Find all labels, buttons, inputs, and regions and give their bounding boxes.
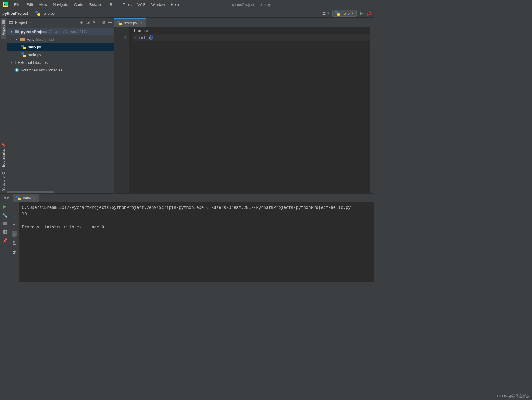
menu-help[interactable]: Help — [168, 1, 182, 8]
navbar: pythonProject 〉 hello.py ▼ hello ▼ ▶ 🐞 — [0, 9, 374, 18]
menubar: PC File Edit View Navigate Code Refactor… — [0, 0, 374, 9]
chevron-down-icon[interactable]: ▼ — [29, 21, 31, 24]
project-tree[interactable]: ▾ pythonProject C:\Users\Dream.2017\ ▸ v… — [7, 27, 114, 191]
pin-icon[interactable]: 📌 — [2, 238, 7, 243]
python-icon — [335, 11, 340, 16]
libraries-icon: ||| — [15, 60, 16, 64]
debug-button[interactable]: 🐞 — [366, 11, 372, 16]
python-file-icon — [35, 11, 40, 16]
python-icon — [16, 196, 21, 200]
bookmarks-tab-label: Bookmarks — [1, 149, 6, 167]
stop-button[interactable] — [3, 222, 7, 225]
run-button[interactable]: ▶ — [360, 11, 363, 16]
run-toolbar-primary: ▶ 🔧 ▥ 📌 — [0, 202, 9, 282]
scroll-to-end-icon[interactable]: ⤓ — [12, 231, 17, 237]
python-file-icon — [117, 21, 122, 25]
editor-tabs: hello.py ✕ — [114, 18, 374, 27]
output-value: 10 — [22, 212, 27, 216]
tree-file-label: main.py — [28, 53, 41, 57]
expand-arrow[interactable]: ▸ — [15, 38, 18, 41]
down-arrow-icon[interactable]: ↓ — [13, 213, 15, 218]
breadcrumb[interactable]: pythonProject 〉 hello.py — [2, 11, 55, 16]
menu-view[interactable]: View — [36, 1, 50, 8]
project-tool-tab[interactable]: Project — [1, 18, 6, 39]
menu-vcs[interactable]: VCS — [134, 1, 148, 8]
svg-rect-1 — [9, 21, 13, 22]
line-gutter: 1 2 — [114, 27, 129, 193]
menu-window[interactable]: Window — [148, 1, 168, 8]
editor-tab-label: hello.py — [124, 21, 137, 25]
close-icon[interactable]: ✕ — [140, 21, 143, 25]
run-config-selector[interactable]: hello ▼ — [332, 10, 357, 17]
menu-edit[interactable]: Edit — [23, 1, 36, 8]
code-line[interactable]: print(i) — [133, 34, 370, 41]
tree-root[interactable]: ▾ pythonProject C:\Users\Dream.2017\ — [7, 28, 114, 35]
bookmark-icon: 🔖 — [1, 143, 6, 147]
bookmarks-tool-tab[interactable]: Bookmarks 🔖 — [1, 141, 6, 169]
breadcrumb-file[interactable]: hello.py — [41, 11, 55, 16]
separator — [99, 20, 99, 25]
wrench-icon[interactable]: 🔧 — [2, 213, 7, 218]
tree-venv-hint: library root — [36, 37, 54, 42]
expand-arrow[interactable]: ▸ — [9, 61, 13, 64]
run-tabs: Run: hello ✕ — [0, 194, 374, 202]
breadcrumb-separator: 〉 — [30, 11, 34, 16]
editor-tab-hello[interactable]: hello.py ✕ — [114, 18, 146, 27]
tree-file-main[interactable]: main.py — [7, 51, 114, 58]
rerun-button[interactable]: ▶ — [3, 204, 7, 209]
tree-root-name: pythonProject — [21, 30, 47, 34]
gear-icon[interactable]: ⚙ — [102, 20, 106, 25]
run-toolbar-secondary: ↑ ↓ ⤶ ⤓ 🖶 🗑 — [9, 202, 19, 282]
expand-all-icon[interactable]: ⇲ — [86, 20, 90, 25]
run-tab-label: hello — [23, 196, 31, 200]
editor-body[interactable]: 1 2 i = 10 print(i) — [114, 27, 374, 193]
minimize-icon[interactable]: — — [108, 20, 112, 25]
menu-run[interactable]: Run — [107, 1, 120, 8]
tree-external-libs[interactable]: ▸ ||| External Libraries — [7, 58, 114, 66]
tree-venv[interactable]: ▸ venv library root — [7, 35, 114, 43]
sidebar-title[interactable]: Project — [15, 20, 27, 25]
tree-file-label: hello.py — [28, 45, 41, 49]
run-tool-window: Run: hello ✕ ▶ 🔧 ▥ 📌 ↑ ↓ ⤶ ⤓ 🖶 🗑 C:\User… — [0, 193, 374, 282]
tree-scratches[interactable]: ◐ Scratches and Consoles — [7, 66, 114, 74]
up-arrow-icon[interactable]: ↑ — [13, 204, 15, 209]
python-file-icon — [21, 45, 26, 49]
expand-arrow[interactable]: ▾ — [9, 30, 13, 33]
print-icon[interactable]: 🖶 — [12, 241, 16, 245]
trash-icon[interactable]: 🗑 — [12, 250, 16, 254]
menu-navigate[interactable]: Navigate — [50, 1, 71, 8]
locate-icon[interactable]: ⊕ — [80, 20, 83, 25]
output-command: C:\Users\Dream.2017\PycharmProjects\pyth… — [22, 205, 351, 210]
breadcrumb-project[interactable]: pythonProject — [2, 11, 28, 16]
window-title: pythonProject - hello.py — [182, 2, 320, 7]
tree-file-hello[interactable]: hello.py — [7, 43, 114, 51]
user-dropdown[interactable]: ▼ — [322, 11, 330, 16]
menu-tools[interactable]: Tools — [120, 1, 134, 8]
sidebar-header: Project ▼ ⊕ ⇲ ⇱ ⚙ — — [7, 18, 114, 27]
collapse-all-icon[interactable]: ⇱ — [93, 20, 96, 25]
folder-icon — [15, 30, 19, 33]
tree-scratches-label: Scratches and Consoles — [21, 68, 62, 72]
menu-refactor[interactable]: Refactor — [86, 1, 107, 8]
menu-code[interactable]: Code — [71, 1, 86, 8]
code-line[interactable]: i = 10 — [133, 28, 370, 34]
output-exit: Process finished with exit code 0 — [22, 225, 104, 229]
tree-venv-name: venv — [26, 37, 34, 42]
line-number: 1 — [114, 28, 126, 34]
sidebar-h-scrollbar[interactable] — [7, 191, 114, 193]
run-config-name: hello — [342, 11, 350, 16]
structure-icon: ⌬ — [1, 172, 6, 175]
user-icon — [322, 11, 326, 16]
layout-icon[interactable]: ▥ — [3, 229, 7, 234]
menu-file[interactable]: File — [11, 1, 23, 8]
close-icon[interactable]: ✕ — [33, 196, 36, 200]
code-content[interactable]: i = 10 print(i) — [129, 27, 370, 193]
soft-wrap-icon[interactable]: ⤶ — [12, 222, 16, 227]
run-output[interactable]: C:\Users\Dream.2017\PycharmProjects\pyth… — [19, 202, 374, 282]
run-tab-hello[interactable]: hello ✕ — [13, 194, 39, 202]
project-sidebar: Project ▼ ⊕ ⇲ ⇱ ⚙ — ▾ pythonProject C:\U… — [7, 18, 114, 193]
scrollbar-thumb[interactable] — [7, 191, 54, 193]
run-label: Run: — [2, 196, 10, 200]
editor-v-scrollbar[interactable] — [370, 27, 374, 193]
structure-tool-tab[interactable]: Structure ⌬ — [1, 169, 6, 193]
